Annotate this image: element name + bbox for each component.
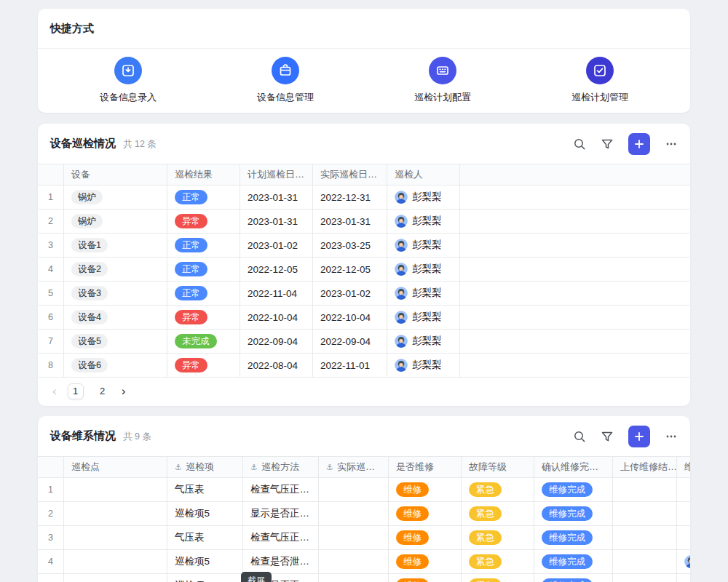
method-cell[interactable]: 显示是否正…: [243, 502, 319, 525]
shortcut-inspection-plan-manage[interactable]: 巡检计划管理: [521, 49, 678, 112]
item-cell[interactable]: 巡检项5: [167, 550, 243, 573]
actual-cell[interactable]: [319, 478, 389, 501]
search-icon[interactable]: [573, 137, 586, 151]
device-cell[interactable]: 设备1: [64, 234, 167, 257]
repair-cell[interactable]: 维修: [389, 478, 462, 501]
column-header[interactable]: 故障等级: [462, 457, 534, 477]
upload-cell[interactable]: [613, 550, 677, 573]
column-header[interactable]: 上传维修结…: [613, 457, 677, 477]
level-cell[interactable]: 紧急: [462, 502, 534, 525]
item-cell[interactable]: 巡检项5: [167, 574, 243, 582]
result-cell[interactable]: 异常: [167, 210, 240, 233]
column-header[interactable]: 实际巡检日…: [313, 164, 387, 185]
add-record-button[interactable]: [628, 133, 650, 155]
table-row[interactable]: 6设备4异常2022-10-042022-10-04彭梨梨: [38, 306, 690, 330]
item-cell[interactable]: 巡检项5: [167, 502, 243, 525]
level-cell[interactable]: 紧急: [462, 478, 534, 501]
repair-cell[interactable]: 维修: [389, 550, 462, 573]
actual-date-cell[interactable]: 2022-12-05: [313, 258, 387, 281]
level-cell[interactable]: 紧急: [462, 550, 534, 573]
actual-date-cell[interactable]: 2023-01-02: [313, 282, 387, 305]
level-cell[interactable]: 紧急: [462, 574, 534, 582]
device-cell[interactable]: 设备2: [64, 258, 167, 281]
point-cell[interactable]: [64, 502, 167, 525]
inspector-cell[interactable]: 彭梨梨: [387, 354, 460, 377]
device-cell[interactable]: 设备4: [64, 306, 167, 329]
column-header[interactable]: 巡检人: [387, 164, 460, 185]
table-row[interactable]: 5巡检项5显示是否正…维修紧急维修完成: [38, 574, 690, 582]
plan-date-cell[interactable]: 2023-01-31: [240, 210, 313, 233]
add-record-button[interactable]: [628, 426, 650, 447]
column-header[interactable]: 设备: [64, 164, 167, 185]
table-row[interactable]: 3设备1正常2023-01-022023-03-25彭梨梨: [38, 234, 690, 258]
actual-cell[interactable]: [319, 526, 389, 549]
repair-cell[interactable]: 维修: [389, 574, 462, 582]
upload-cell[interactable]: [613, 478, 677, 501]
result-cell[interactable]: 正常: [167, 258, 240, 281]
point-cell[interactable]: [64, 550, 167, 573]
actual-date-cell[interactable]: 2023-03-25: [313, 234, 387, 257]
next-page-icon[interactable]: ›: [122, 384, 126, 399]
table-row[interactable]: 1锅炉正常2023-01-312022-12-31彭梨梨: [38, 186, 690, 210]
search-icon[interactable]: [573, 430, 586, 443]
device-cell[interactable]: 设备3: [64, 282, 167, 305]
plan-date-cell[interactable]: 2023-01-02: [240, 234, 313, 257]
result-cell[interactable]: 异常: [167, 306, 240, 329]
plan-date-cell[interactable]: 2022-09-04: [240, 330, 313, 353]
table-row[interactable]: 5设备3正常2022-11-042023-01-02彭梨梨: [38, 282, 690, 306]
inspector-cell[interactable]: 彭梨梨: [387, 330, 460, 353]
column-header[interactable]: 是否维修: [389, 457, 462, 477]
actual-cell[interactable]: [319, 502, 389, 525]
point-cell[interactable]: [64, 526, 167, 549]
confirm-cell[interactable]: 维修完成: [534, 574, 613, 582]
result-cell[interactable]: 异常: [167, 354, 240, 377]
table-row[interactable]: 3气压表检查气压正…维修紧急维修完成: [38, 526, 690, 550]
actual-date-cell[interactable]: 2022-10-04: [313, 306, 387, 329]
confirm-cell[interactable]: 维修完成: [534, 478, 613, 501]
extra-cell[interactable]: [677, 526, 690, 549]
item-cell[interactable]: 气压表: [167, 526, 243, 549]
prev-page-icon[interactable]: ‹: [52, 384, 57, 399]
filter-icon[interactable]: [601, 430, 614, 443]
actual-date-cell[interactable]: 2022-12-31: [313, 186, 387, 209]
plan-date-cell[interactable]: 2023-01-31: [240, 186, 313, 209]
repair-cell[interactable]: 维修: [389, 526, 462, 549]
inspector-cell[interactable]: 彭梨梨: [387, 186, 460, 209]
upload-cell[interactable]: [613, 574, 677, 582]
inspector-cell[interactable]: 彭梨梨: [387, 210, 460, 233]
column-header[interactable]: 计划巡检日…: [240, 164, 313, 185]
result-cell[interactable]: 未完成: [167, 330, 240, 353]
page-button-1[interactable]: 1: [68, 383, 84, 399]
column-header[interactable]: ⚓巡检方法: [243, 457, 319, 477]
item-cell[interactable]: 气压表: [167, 478, 243, 501]
result-cell[interactable]: 正常: [167, 234, 240, 257]
shortcut-device-info-manage[interactable]: 设备信息管理: [207, 49, 364, 112]
plan-date-cell[interactable]: 2022-11-04: [240, 282, 313, 305]
column-header[interactable]: 维: [677, 457, 690, 477]
inspector-cell[interactable]: 彭梨梨: [387, 258, 460, 281]
repair-cell[interactable]: 维修: [389, 502, 462, 525]
upload-cell[interactable]: [613, 526, 677, 549]
result-cell[interactable]: 正常: [167, 186, 240, 209]
column-header[interactable]: 巡检结果: [167, 164, 240, 185]
device-cell[interactable]: 设备5: [64, 330, 167, 353]
table-row[interactable]: 8设备6异常2022-08-042022-11-01彭梨梨: [38, 354, 690, 378]
shortcut-device-info-entry[interactable]: 设备信息录入: [50, 49, 207, 112]
point-cell[interactable]: [64, 478, 167, 501]
plan-date-cell[interactable]: 2022-08-04: [240, 354, 313, 377]
level-cell[interactable]: 紧急: [462, 526, 534, 549]
inspector-cell[interactable]: 彭梨梨: [387, 282, 460, 305]
actual-cell[interactable]: [319, 550, 389, 573]
plan-date-cell[interactable]: 2022-10-04: [240, 306, 313, 329]
device-cell[interactable]: 锅炉: [64, 210, 167, 233]
method-cell[interactable]: 检查是否泄…: [243, 550, 319, 573]
table-row[interactable]: 1气压表检查气压正…维修紧急维修完成: [38, 478, 690, 502]
plan-date-cell[interactable]: 2022-12-05: [240, 258, 313, 281]
column-header[interactable]: 巡检点: [64, 457, 167, 477]
page-button-2[interactable]: 2: [95, 383, 111, 399]
method-cell[interactable]: 检查气压正…: [243, 478, 319, 501]
table-row[interactable]: 2锅炉异常2023-01-312023-01-31彭梨梨: [38, 210, 690, 234]
extra-cell[interactable]: [677, 550, 690, 573]
actual-date-cell[interactable]: 2022-11-01: [313, 354, 387, 377]
table-row[interactable]: 7设备5未完成2022-09-042022-09-04彭梨梨: [38, 330, 690, 354]
